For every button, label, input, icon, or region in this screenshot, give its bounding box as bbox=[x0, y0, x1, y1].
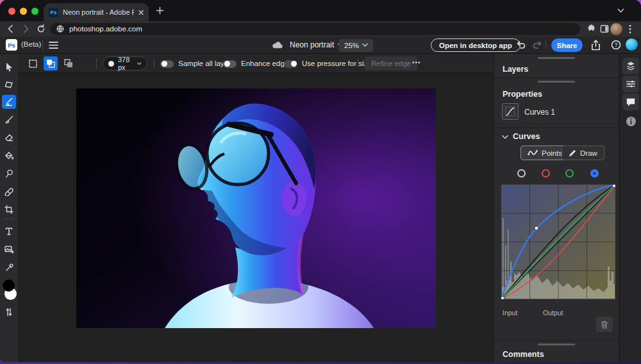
refine-edge-button[interactable]: Refine edge bbox=[365, 56, 417, 70]
lasso-tool-icon bbox=[4, 81, 13, 89]
channel-rgb-button[interactable] bbox=[517, 169, 526, 178]
zoom-level-dropdown[interactable]: 25% bbox=[339, 39, 373, 52]
divider bbox=[494, 340, 619, 341]
type-tool-icon bbox=[5, 228, 13, 235]
help-icon[interactable]: ? bbox=[611, 40, 621, 50]
properties-panel: Layers Properties Curves 1 Curves Points… bbox=[494, 54, 619, 362]
comments-panel-drag-handle[interactable] bbox=[538, 343, 575, 345]
minimize-window-button[interactable] bbox=[20, 8, 27, 15]
fill-tool[interactable] bbox=[2, 149, 16, 163]
adjustments-panel-button[interactable] bbox=[622, 76, 639, 92]
layers-panel-button[interactable] bbox=[622, 58, 639, 74]
beta-label: (Beta) bbox=[21, 40, 41, 48]
selection-brush-tool[interactable] bbox=[2, 95, 16, 109]
close-window-button[interactable] bbox=[8, 8, 15, 15]
move-tool[interactable] bbox=[2, 60, 16, 74]
browser-profile-avatar[interactable] bbox=[610, 23, 622, 35]
chevron-down-icon bbox=[137, 62, 142, 66]
browser-window: Ps Neon portrait - Adobe Photosh photosh… bbox=[0, 0, 641, 362]
pencil-icon bbox=[569, 149, 576, 157]
tab-search-chevron-icon[interactable] bbox=[617, 8, 624, 13]
brush-tip-icon bbox=[108, 61, 114, 67]
panel-rail bbox=[619, 54, 641, 362]
app-header: Ps (Beta) Neon portrait 25% Open in desk… bbox=[0, 37, 641, 54]
brush-tool[interactable] bbox=[2, 113, 16, 127]
curves-draw-mode-button[interactable]: Draw bbox=[562, 145, 604, 160]
chevron-down-icon bbox=[362, 43, 368, 47]
curve-anchor-midtone bbox=[535, 226, 538, 230]
enhance-edges-toggle[interactable] bbox=[223, 60, 237, 68]
divider bbox=[4, 219, 14, 219]
add-to-selection-mode-button[interactable] bbox=[44, 56, 58, 70]
use-pressure-for-size-label: Use pressure for size bbox=[302, 60, 372, 67]
properties-panel-title: Properties bbox=[503, 90, 542, 99]
subtract-from-selection-mode-button[interactable] bbox=[62, 56, 76, 70]
share-button[interactable]: Share bbox=[551, 38, 583, 52]
back-button[interactable] bbox=[6, 24, 15, 33]
swap-colors-control[interactable] bbox=[2, 305, 16, 319]
more-options-button[interactable]: ••• bbox=[412, 59, 421, 66]
draw-label: Draw bbox=[580, 149, 597, 157]
neon-portrait-image[interactable] bbox=[76, 88, 436, 328]
foreground-color-swatch[interactable] bbox=[3, 279, 15, 292]
layers-panel-drag-handle[interactable] bbox=[538, 57, 575, 59]
eyedropper-tool-icon bbox=[5, 263, 13, 272]
properties-panel-drag-handle[interactable] bbox=[538, 81, 575, 83]
brush-size-value: 378 px bbox=[118, 56, 133, 71]
eyedropper-tool[interactable] bbox=[2, 260, 16, 274]
curves-section-title[interactable]: Curves bbox=[513, 132, 540, 141]
curves-section-chevron-icon[interactable] bbox=[502, 135, 508, 140]
browser-menu-kebab-icon[interactable] bbox=[629, 24, 631, 34]
curves-graph[interactable] bbox=[501, 185, 615, 299]
address-bar[interactable]: photoshop.adobe.com bbox=[50, 23, 580, 35]
comment-bubble-icon bbox=[626, 97, 636, 107]
layers-icon bbox=[626, 61, 636, 71]
brush-tool-icon bbox=[4, 115, 13, 124]
info-button[interactable] bbox=[622, 113, 639, 129]
photoshop-logo: Ps bbox=[6, 39, 17, 51]
spot-healing-tool[interactable] bbox=[2, 167, 16, 181]
channel-green-button[interactable] bbox=[565, 169, 574, 178]
channel-blue-button-selected[interactable] bbox=[590, 169, 599, 178]
open-in-desktop-app-button[interactable]: Open in desktop app bbox=[431, 38, 520, 52]
new-selection-mode-button[interactable] bbox=[26, 56, 40, 70]
zoom-value: 25% bbox=[344, 42, 359, 49]
crop-tool[interactable] bbox=[2, 203, 16, 217]
curves-adjustment-thumbnail[interactable] bbox=[502, 103, 519, 120]
forward-button[interactable] bbox=[21, 24, 30, 33]
new-tab-button[interactable] bbox=[156, 6, 164, 15]
browser-toolbar: photoshop.adobe.com bbox=[0, 21, 641, 37]
sample-all-layers-toggle[interactable] bbox=[160, 60, 174, 68]
export-icon[interactable] bbox=[591, 40, 601, 51]
add-image-icon bbox=[4, 245, 14, 254]
browser-tab[interactable]: Ps Neon portrait - Adobe Photosh bbox=[44, 3, 149, 21]
close-tab-icon[interactable] bbox=[138, 10, 144, 15]
patch-tool-icon bbox=[4, 188, 13, 196]
layers-panel-title: Layers bbox=[503, 65, 528, 74]
comments-panel-button[interactable] bbox=[622, 94, 639, 110]
tab-title: Neon portrait - Adobe Photosh bbox=[63, 8, 134, 16]
zoom-window-button[interactable] bbox=[31, 8, 38, 15]
extensions-icon[interactable] bbox=[587, 24, 596, 33]
divider bbox=[358, 58, 358, 69]
redo-icon[interactable] bbox=[532, 40, 542, 49]
reload-button[interactable] bbox=[37, 24, 46, 33]
brush-size-dropdown[interactable]: 378 px bbox=[103, 56, 147, 70]
account-avatar[interactable] bbox=[626, 38, 638, 51]
eraser-tool[interactable] bbox=[2, 131, 16, 145]
delete-adjustment-button[interactable] bbox=[596, 317, 613, 332]
channel-red-button[interactable] bbox=[542, 169, 550, 178]
document-canvas[interactable] bbox=[18, 73, 494, 362]
site-info-globe-icon[interactable] bbox=[56, 25, 64, 33]
adjustment-layer-name[interactable]: Curves 1 bbox=[524, 108, 555, 117]
use-pressure-for-size-toggle[interactable] bbox=[284, 60, 297, 68]
type-tool[interactable] bbox=[2, 224, 16, 238]
magic-cleanup-tool[interactable] bbox=[2, 185, 16, 199]
input-label: Input bbox=[503, 309, 517, 317]
side-panel-icon[interactable] bbox=[600, 24, 609, 33]
document-name-menu[interactable]: Neon portrait bbox=[290, 40, 344, 49]
undo-icon[interactable] bbox=[516, 40, 526, 49]
main-menu-hamburger-icon[interactable] bbox=[49, 41, 58, 49]
add-image-tool[interactable] bbox=[2, 242, 16, 256]
lasso-tool[interactable] bbox=[2, 78, 16, 92]
